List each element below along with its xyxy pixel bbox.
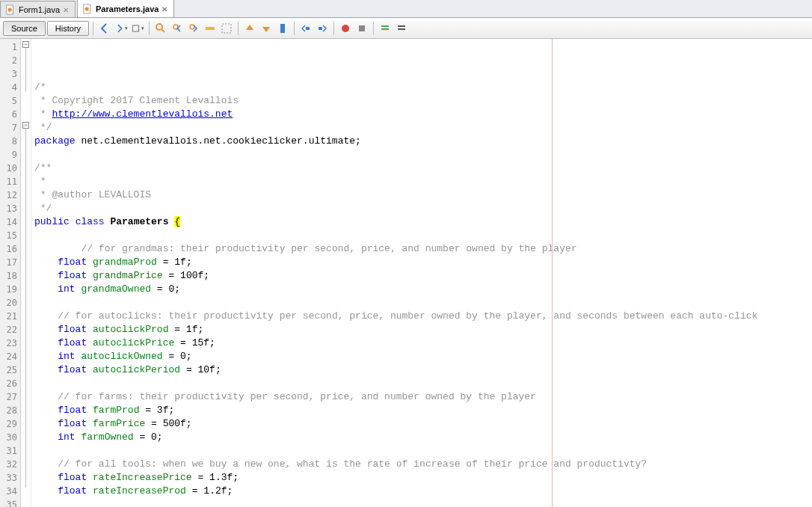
line-number: 17 [0, 256, 17, 269]
box-icon[interactable]: ▾ [130, 21, 145, 36]
code-line[interactable]: */ [31, 121, 812, 135]
code-line[interactable] [31, 229, 812, 242]
code-line[interactable]: int grandmaOwned = 0; [31, 283, 812, 296]
toggle-rect-select-icon[interactable] [219, 21, 234, 36]
line-number: 27 [0, 390, 17, 404]
code-line[interactable]: // for grandmas: their productivity per … [31, 242, 812, 256]
code-line[interactable]: /* [31, 81, 812, 94]
line-number: 21 [0, 310, 17, 323]
shift-left-icon[interactable] [298, 21, 313, 36]
line-number: 26 [0, 377, 17, 390]
editor-toolbar: Source History ▾ ▾ [0, 18, 812, 39]
fold-line [25, 48, 26, 91]
print-margin-line [552, 39, 553, 507]
find-selection-icon[interactable] [153, 21, 168, 36]
code-line[interactable]: float autoclickPrice = 15f; [31, 337, 812, 350]
code-line[interactable]: float rateIncreaseProd = 1.2f; [31, 485, 812, 498]
line-number-gutter[interactable]: 1234567891011121314151617181920212223242… [0, 39, 21, 507]
code-line[interactable] [31, 444, 812, 458]
svg-point-1 [8, 7, 12, 11]
line-number: 25 [0, 363, 17, 377]
separator [333, 22, 334, 35]
code-line[interactable]: float rateIncreasePrice = 1.3f; [31, 471, 812, 485]
back-icon[interactable] [97, 21, 112, 36]
line-number: 35 [0, 498, 17, 507]
line-number: 12 [0, 188, 17, 202]
forward-icon[interactable]: ▾ [114, 21, 129, 36]
svg-rect-12 [306, 27, 310, 30]
svg-rect-11 [280, 24, 285, 33]
code-line[interactable]: float autoclickPeriod = 10f; [31, 363, 812, 377]
close-icon[interactable]: ✕ [162, 5, 169, 13]
tab-parameters[interactable]: Parameters.java ✕ [77, 0, 174, 17]
fold-line [25, 129, 26, 488]
code-editor[interactable]: /* * Copyright 2017 Clement Levallois * … [31, 39, 812, 507]
fold-gutter[interactable]: − − [21, 39, 31, 507]
line-number: 16 [0, 242, 17, 256]
line-number: 3 [0, 67, 17, 81]
stop-macro-icon[interactable] [354, 21, 369, 36]
svg-rect-9 [206, 27, 215, 30]
code-line[interactable]: * http://www.clementlevallois.net [31, 108, 812, 121]
shift-right-icon[interactable] [315, 21, 330, 36]
close-icon[interactable]: ✕ [63, 6, 70, 13]
separator [149, 22, 150, 35]
line-number: 29 [0, 417, 17, 431]
editor-tabs-bar: Form1.java ✕ Parameters.java ✕ [0, 0, 812, 18]
code-line[interactable]: /** [31, 162, 812, 175]
code-line[interactable]: // for all tools: when we buy a new one,… [31, 458, 812, 471]
code-line[interactable]: // for farms: their productivity per sec… [31, 390, 812, 404]
source-view-button[interactable]: Source [3, 21, 46, 36]
tab-form1[interactable]: Form1.java ✕ [0, 1, 76, 17]
editor-area: 1234567891011121314151617181920212223242… [0, 39, 812, 507]
start-macro-icon[interactable] [338, 21, 353, 36]
uncomment-icon[interactable] [394, 21, 409, 36]
code-line[interactable]: * @author LEVALLOIS [31, 188, 812, 202]
code-line[interactable]: float autoclickProd = 1f; [31, 323, 812, 337]
code-line[interactable]: float grandmaPrice = 100f; [31, 269, 812, 283]
find-next-icon[interactable] [186, 21, 201, 36]
fold-toggle-icon[interactable]: − [22, 41, 29, 48]
line-number: 34 [0, 485, 17, 498]
line-number: 30 [0, 431, 17, 444]
history-view-button[interactable]: History [47, 21, 89, 36]
prev-bookmark-icon[interactable] [242, 21, 257, 36]
code-line[interactable] [31, 296, 812, 310]
line-number: 1 [0, 40, 17, 54]
code-line[interactable]: public class Parameters { [31, 215, 812, 229]
svg-rect-10 [222, 24, 231, 33]
toggle-highlight-icon[interactable] [203, 21, 218, 36]
toggle-bookmark-icon[interactable] [275, 21, 290, 36]
code-line[interactable]: */ [31, 202, 812, 215]
code-line[interactable]: float grandmaProd = 1f; [31, 256, 812, 269]
line-number: 4 [0, 81, 17, 94]
comment-icon[interactable] [378, 21, 393, 36]
svg-point-5 [156, 24, 162, 30]
code-line[interactable]: float farmProd = 3f; [31, 404, 812, 417]
code-line[interactable]: * [31, 175, 812, 188]
next-bookmark-icon[interactable] [259, 21, 274, 36]
code-line[interactable] [31, 498, 812, 507]
line-number: 7 [0, 121, 17, 135]
code-line[interactable]: int autoclickOwned = 0; [31, 350, 812, 363]
line-number: 10 [0, 162, 17, 175]
line-number: 11 [0, 175, 17, 188]
code-line[interactable] [31, 148, 812, 162]
line-number: 24 [0, 350, 17, 363]
code-line[interactable]: float farmPrice = 500f; [31, 417, 812, 431]
find-prev-icon[interactable] [170, 21, 185, 36]
separator [93, 22, 93, 35]
line-number: 9 [0, 148, 17, 162]
line-number: 8 [0, 135, 17, 148]
code-line[interactable]: package net.clementlevallois.net.cookiec… [31, 135, 812, 148]
line-number: 28 [0, 404, 17, 417]
svg-point-14 [342, 25, 349, 32]
line-number: 13 [0, 202, 17, 215]
tab-label: Parameters.java [96, 4, 159, 13]
code-line[interactable] [31, 377, 812, 390]
fold-toggle-icon[interactable]: − [22, 122, 29, 129]
code-line[interactable]: * Copyright 2017 Clement Levallois [31, 94, 812, 108]
code-line[interactable]: int farmOwned = 0; [31, 431, 812, 444]
line-number: 15 [0, 229, 17, 242]
code-line[interactable]: // for autoclicks: their productivity pe… [31, 310, 812, 323]
